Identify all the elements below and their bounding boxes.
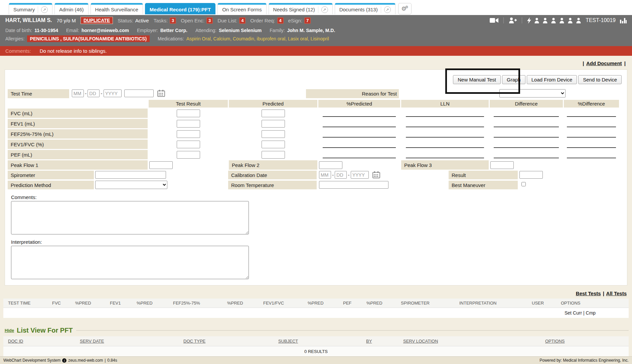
family-label: Family: xyxy=(270,28,285,33)
col-doc-type[interactable]: DOC TYPE xyxy=(183,339,278,344)
person-icon[interactable] xyxy=(576,18,581,23)
allergies-badge[interactable]: PENICILLINS , SULFA(SULFONAMIDE ANTIBIOT… xyxy=(27,35,150,42)
external-link-icon[interactable]: ↗ xyxy=(321,6,328,13)
tasks-count-badge[interactable]: 3 xyxy=(170,17,176,24)
due-list-count-badge[interactable]: 4 xyxy=(239,17,246,24)
column-header-pct-predicted: %Predicted xyxy=(318,100,400,108)
fev1-test-result-input[interactable] xyxy=(177,120,200,128)
external-link-icon[interactable]: ↗ xyxy=(384,6,391,13)
value-line xyxy=(494,127,559,127)
col-pct-pred-1: %PRED xyxy=(74,301,109,306)
value-line xyxy=(323,158,396,158)
pef-predicted-input[interactable] xyxy=(262,151,285,159)
test-time-month-input[interactable] xyxy=(72,89,84,97)
open-enc-count-badge[interactable]: 3 xyxy=(206,17,213,24)
form-comments-textarea[interactable] xyxy=(11,201,249,234)
pef-test-result-input[interactable] xyxy=(177,151,200,159)
fvc-test-result-input[interactable] xyxy=(177,110,200,117)
add-document-row: | Add Document | xyxy=(0,56,632,69)
info-icon[interactable]: i xyxy=(62,358,66,363)
peak-flow-1-input[interactable] xyxy=(149,161,173,169)
person-icon[interactable] xyxy=(542,18,548,23)
person-icon[interactable] xyxy=(534,18,539,23)
test-time-year-input[interactable] xyxy=(104,89,122,97)
email-value[interactable]: horner@mieweb.com xyxy=(82,28,129,33)
fef25-75-predicted-input[interactable] xyxy=(262,130,285,138)
peak-flow-2-input[interactable] xyxy=(319,161,342,169)
col-serv-date[interactable]: SERV DATE xyxy=(80,339,183,344)
interpretation-textarea[interactable] xyxy=(11,246,249,279)
fef25-75-test-result-input[interactable] xyxy=(177,130,200,138)
calibration-day-input[interactable] xyxy=(335,171,347,179)
tab-health-surveillance[interactable]: Health Surveillance xyxy=(91,3,143,14)
best-maneuver-checkbox[interactable] xyxy=(521,182,526,186)
value-line xyxy=(406,147,484,148)
prediction-method-select[interactable] xyxy=(95,181,167,189)
test-time-day-input[interactable] xyxy=(88,89,100,97)
hide-link[interactable]: Hide xyxy=(5,328,14,333)
tab-summary[interactable]: Summary ↗ xyxy=(9,3,52,14)
fev1-predicted-input[interactable] xyxy=(262,120,285,128)
test-time-time-input[interactable] xyxy=(124,89,154,97)
col-subject[interactable]: SUBJECT xyxy=(278,339,366,344)
result-input[interactable] xyxy=(519,171,543,179)
tab-documents[interactable]: Documents (313) ↗ xyxy=(335,3,396,14)
person-icon[interactable] xyxy=(568,18,573,23)
bar-chart-icon[interactable] xyxy=(620,17,627,23)
footer-left: WebChart Development System i zeus.med-w… xyxy=(3,358,117,363)
tests-links-row: Best Tests | All Tests xyxy=(0,286,632,299)
reason-for-test-select[interactable] xyxy=(499,89,566,98)
spacer-cell xyxy=(8,100,148,108)
calibration-year-input[interactable] xyxy=(351,171,369,179)
calendar-icon[interactable] xyxy=(372,171,380,178)
order-req-count-badge[interactable]: 4 xyxy=(277,17,284,24)
peak-flow-3-input[interactable] xyxy=(490,161,514,169)
duplicate-badge[interactable]: DUPLICATE xyxy=(81,17,113,24)
calibration-month-input[interactable] xyxy=(319,171,331,179)
tab-medical-record[interactable]: Medical Record (179):PFT xyxy=(145,3,215,14)
col-doc-id[interactable]: DOC ID xyxy=(8,339,80,344)
settings-button[interactable]: ⚙ ⚙ xyxy=(398,3,412,14)
best-tests-link[interactable]: Best Tests xyxy=(576,291,601,296)
calendar-icon[interactable] xyxy=(157,90,165,97)
peak-flow-2-label: Peak Flow 2 xyxy=(229,160,317,170)
tab-summary-label: Summary xyxy=(13,7,35,12)
status-label: Status: xyxy=(118,18,133,23)
graph-button[interactable]: Graph xyxy=(502,75,525,84)
value-line xyxy=(406,116,484,117)
fev1-fvc-predicted-input[interactable] xyxy=(262,141,285,148)
person-icon[interactable] xyxy=(551,18,556,23)
esign-count-badge[interactable]: 7 xyxy=(304,17,311,24)
send-to-device-button[interactable]: Send to Device xyxy=(578,75,622,84)
load-from-device-button[interactable]: Load From Device xyxy=(527,75,577,84)
spirometer-input[interactable] xyxy=(95,171,166,179)
lightning-icon[interactable] xyxy=(527,17,531,24)
fev1-fvc-test-result-input[interactable] xyxy=(177,141,200,148)
video-camera-icon[interactable] xyxy=(490,18,498,23)
family-value: John M. Sample, M.D. xyxy=(287,28,335,33)
tab-admin[interactable]: Admin (46) xyxy=(54,3,88,14)
attending-label: Attending: xyxy=(195,28,216,33)
fvc-predicted-input[interactable] xyxy=(262,110,285,117)
set-curr-link[interactable]: Set Curr xyxy=(565,310,582,316)
person-icon[interactable] xyxy=(559,18,565,23)
external-link-icon[interactable]: ↗ xyxy=(41,6,48,13)
cmp-link[interactable]: Cmp xyxy=(586,310,596,316)
col-serv-location[interactable]: SERV LOCATION xyxy=(403,339,545,344)
patient-comments-bar: Comments: Do not release info to sibling… xyxy=(0,46,632,56)
tab-needs-signed-label: Needs Signed (12) xyxy=(273,7,315,12)
prediction-method-label: Prediction Method xyxy=(8,181,94,189)
all-tests-link[interactable]: All Tests xyxy=(606,291,627,296)
new-manual-test-button[interactable]: New Manual Test xyxy=(453,75,501,84)
add-document-link[interactable]: Add Document xyxy=(586,60,622,66)
medications-list[interactable]: Aspirin Oral, Calcium, Coumadin, ibuprof… xyxy=(186,36,329,41)
tab-needs-signed[interactable]: Needs Signed (12) ↗ xyxy=(269,3,333,14)
room-temperature-input[interactable] xyxy=(319,181,388,189)
calibration-date-label: Calibration Date xyxy=(228,171,317,179)
add-person-icon[interactable] xyxy=(509,17,517,23)
col-by[interactable]: BY xyxy=(366,339,403,344)
tab-on-screen-forms[interactable]: On Screen Forms xyxy=(217,3,266,14)
results-count: 0 RESULTS xyxy=(304,349,328,354)
col-options[interactable]: OPTIONS xyxy=(545,339,585,344)
column-header-lln: LLN xyxy=(401,100,489,108)
